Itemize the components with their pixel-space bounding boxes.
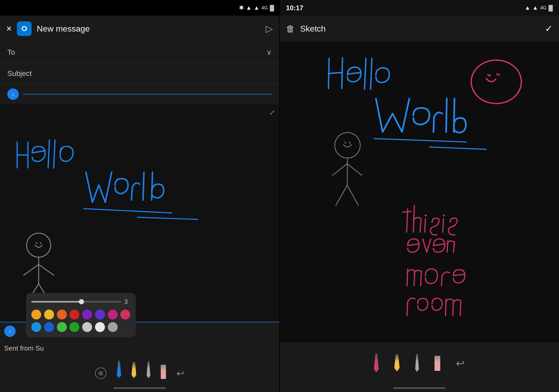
signature-text: Sent from Su (4, 340, 275, 357)
color-green-dark[interactable] (69, 322, 79, 332)
pen-pink-shape-right (374, 354, 379, 373)
status-icons-right: ▲ ▲ 4G ▓ (525, 4, 553, 11)
subject-label: Subject (7, 69, 32, 78)
sketch-drawing-svg (0, 104, 279, 322)
color-red[interactable] (69, 310, 79, 319)
color-white[interactable] (95, 322, 105, 332)
pencil-tool-gray[interactable] (147, 361, 150, 379)
to-field-row[interactable]: To ∨ (0, 42, 279, 63)
size-slider-track[interactable] (31, 301, 121, 303)
send-button[interactable]: ▷ (266, 23, 273, 34)
color-orange[interactable] (57, 310, 67, 319)
svg-line-6 (349, 142, 350, 143)
lte-icon-right: 4G (540, 5, 546, 11)
home-bar-right (393, 387, 445, 389)
status-bar-left: ✱ ▲ ▲ 4G ▓ (0, 0, 279, 16)
color-gray-light[interactable] (82, 322, 92, 332)
color-purple-dark[interactable] (95, 310, 105, 319)
color-yellow-orange[interactable] (44, 310, 54, 319)
svg-line-2 (40, 243, 41, 243)
undo-icon[interactable]: ↩ (176, 368, 184, 379)
color-orange-dark[interactable] (31, 310, 41, 319)
confirm-sketch-button[interactable]: ✓ (545, 23, 553, 34)
marker-tool-yellow[interactable] (132, 362, 136, 379)
subject-field-row[interactable]: Subject (0, 63, 279, 84)
sketch-header: 🗑 Sketch ✓ (280, 16, 559, 42)
marker-yellow-shape (132, 362, 136, 379)
home-bar-left (114, 387, 166, 389)
svg-point-0 (27, 233, 51, 257)
status-bar-right: 10:17 ▲ ▲ 4G ▓ (280, 0, 559, 16)
eraser-tool[interactable] (161, 365, 166, 379)
sketch-down-button[interactable]: ↓ (7, 88, 19, 100)
color-purple-light[interactable] (82, 310, 92, 319)
pen-blue-shape (117, 361, 121, 379)
svg-point-12 (443, 214, 445, 216)
eraser-shape (161, 365, 166, 379)
email-compose-header: × O New message ▷ (0, 16, 279, 42)
color-green-light[interactable] (57, 322, 67, 332)
svg-line-7 (347, 158, 347, 185)
pencil-gray-shape (147, 361, 150, 379)
eraser-tool-right[interactable] (435, 356, 440, 371)
clear-icon[interactable]: ⊗ (95, 367, 106, 379)
status-icons-left: ✱ ▲ ▲ 4G ▓ (239, 4, 274, 11)
battery-icon: ▓ (270, 4, 274, 11)
bluetooth-icon: ✱ (239, 4, 244, 11)
wifi-icon-right: ▲ (532, 4, 538, 11)
home-indicator-right (280, 384, 559, 392)
pencil-tool-gray-right[interactable] (415, 354, 419, 373)
size-slider-container[interactable]: 3 (31, 298, 130, 305)
delete-sketch-button[interactable]: 🗑 (286, 24, 295, 34)
compose-title: New message (37, 24, 260, 34)
sketch-canvas-right[interactable] (280, 42, 559, 342)
pen-tool-blue[interactable] (117, 361, 121, 379)
home-indicator-left (0, 384, 279, 392)
close-button[interactable]: × (6, 23, 12, 34)
color-blue-dark[interactable] (44, 322, 54, 332)
sketch-toolbar-top: ↓ (0, 84, 279, 104)
svg-line-11 (443, 219, 444, 232)
eraser-shape-right (435, 356, 440, 371)
size-slider-thumb[interactable] (79, 299, 84, 304)
outlook-app-icon: O (17, 21, 32, 36)
status-time: 10:17 (286, 4, 304, 12)
to-expand-icon[interactable]: ∨ (266, 48, 272, 57)
color-magenta[interactable] (108, 310, 118, 319)
undo-tool-right[interactable]: ↩ (456, 357, 465, 369)
svg-line-5 (345, 142, 346, 143)
svg-line-1 (36, 243, 37, 243)
sketch-tools-right: ↩ (280, 342, 559, 384)
signal-icon: ▲ (246, 4, 252, 11)
color-blue-light[interactable] (31, 322, 41, 332)
undo-tool[interactable]: ↩ (176, 368, 184, 379)
clear-tool[interactable]: ⊗ (95, 367, 106, 379)
undo-icon-right[interactable]: ↩ (456, 357, 465, 369)
marker-yellow-shape-right (394, 354, 400, 372)
left-panel: ✱ ▲ ▲ 4G ▓ × O New message ▷ To ∨ Subjec… (0, 0, 279, 392)
marker-tool-yellow-right[interactable] (394, 354, 400, 372)
color-grid (31, 310, 130, 332)
sketch-separator-line (23, 94, 272, 94)
sketch-canvas[interactable]: ⤢ (0, 104, 279, 322)
pencil-gray-shape-right (415, 354, 419, 373)
lte-icon: 4G (261, 5, 268, 11)
svg-line-9 (425, 219, 425, 232)
sketch-bottom-toolbar: ↑ 3 (0, 322, 279, 384)
svg-point-10 (425, 214, 427, 216)
color-picker-popup: 3 (26, 293, 136, 337)
signal-icon-right: ▲ (525, 4, 530, 11)
sketch-title: Sketch (300, 24, 540, 34)
color-gray-mid[interactable] (108, 322, 118, 332)
sketch-drawing-right-svg (280, 42, 559, 342)
svg-point-8 (471, 60, 521, 104)
battery-icon-right: ▓ (549, 4, 553, 11)
wifi-icon: ▲ (254, 4, 259, 11)
to-label: To (7, 48, 15, 57)
color-pink-red[interactable] (120, 310, 130, 319)
sketch-up-button[interactable]: ↑ (4, 325, 16, 337)
size-slider-fill (31, 301, 81, 303)
color-empty (120, 322, 130, 332)
right-panel: 10:17 ▲ ▲ 4G ▓ 🗑 Sketch ✓ (280, 0, 559, 392)
pen-tool-pink-right[interactable] (374, 354, 379, 373)
